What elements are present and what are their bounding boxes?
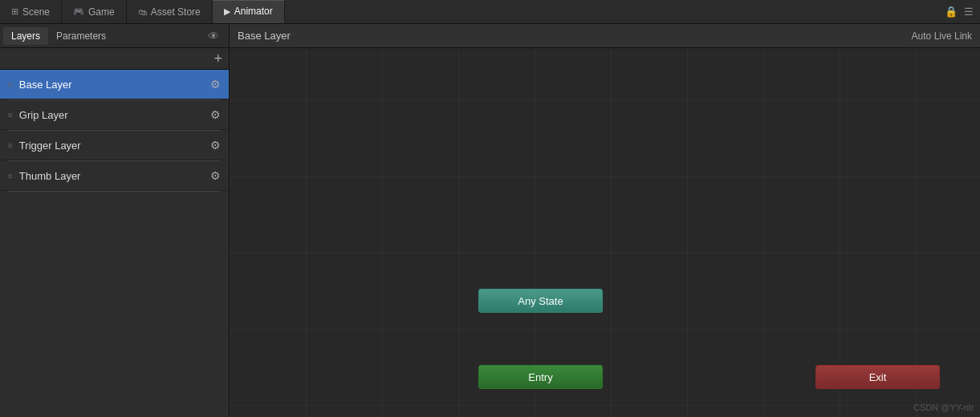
eye-icon[interactable]: 👁 [201,30,226,43]
layer-list: + ≡ Base Layer ⚙ ≡ Grip Layer ⚙ ≡ Trigge… [0,48,229,417]
layer-item-trigger[interactable]: ≡ Trigger Layer ⚙ [0,131,229,160]
tab-bar: ⊞ Scene 🎮 Game 🛍 Asset Store ▶ Animator … [0,0,980,24]
tab-animator-label: Animator [234,6,273,17]
tab-bar-right: 🔒 ☰ [945,6,980,18]
layer-item-thumb[interactable]: ≡ Thumb Layer ⚙ [0,161,229,191]
tab-asset-store-label: Asset Store [151,6,201,18]
tab-layers[interactable]: Layers [3,27,48,45]
tab-asset-store[interactable]: 🛍 Asset Store [127,0,213,23]
game-icon: 🎮 [73,6,84,17]
watermark: CSDN @YY-nb [913,403,974,412]
tab-game-label: Game [88,6,115,18]
tab-layers-label: Layers [11,30,40,42]
layer-name-base: Base Layer [19,79,210,91]
layer-name-grip: Grip Layer [19,109,210,121]
menu-icon[interactable]: ☰ [964,6,974,18]
layer-item-base[interactable]: ≡ Base Layer ⚙ [0,70,229,99]
scene-icon: ⊞ [11,6,18,17]
entry-node[interactable]: Entry [478,365,603,389]
entry-label: Entry [528,371,552,383]
drag-handle-icon-thumb: ≡ [8,172,13,180]
main-layout: Layers Parameters 👁 + ≡ Base Layer ⚙ ≡ G… [0,24,980,417]
lock-icon[interactable]: 🔒 [945,6,958,18]
auto-live-link-button[interactable]: Auto Live Link [912,30,972,42]
layer-divider-4 [8,191,221,192]
any-state-node[interactable]: Any State [478,289,603,313]
drag-handle-icon-grip: ≡ [8,111,13,119]
gear-icon-trigger[interactable]: ⚙ [210,139,221,152]
asset-store-icon: 🛍 [138,7,147,17]
drag-handle-icon-trigger: ≡ [8,141,13,150]
tab-parameters[interactable]: Parameters [48,27,114,45]
add-layer-row: + [0,48,229,70]
tab-scene-label: Scene [22,6,50,18]
canvas-header: Base Layer Auto Live Link [230,24,980,48]
gear-icon-thumb[interactable]: ⚙ [210,169,221,182]
gear-icon-base[interactable]: ⚙ [210,78,221,91]
exit-label: Exit [869,371,887,383]
animator-icon: ▶ [224,6,230,17]
layer-item-grip[interactable]: ≡ Grip Layer ⚙ [0,100,229,130]
canvas-area[interactable]: Base Layer Auto Live Link Any State Entr… [230,24,980,417]
exit-node[interactable]: Exit [815,365,940,389]
sub-tab-bar: Layers Parameters 👁 [0,24,229,48]
tab-parameters-label: Parameters [56,30,106,42]
tab-scene[interactable]: ⊞ Scene [0,0,62,23]
breadcrumb: Base Layer [238,30,291,42]
tab-animator[interactable]: ▶ Animator [213,0,285,23]
layer-name-thumb: Thumb Layer [19,170,210,182]
any-state-label: Any State [518,295,563,307]
left-panel: Layers Parameters 👁 + ≡ Base Layer ⚙ ≡ G… [0,24,230,417]
add-layer-button[interactable]: + [213,51,222,66]
layer-name-trigger: Trigger Layer [19,140,210,152]
gear-icon-grip[interactable]: ⚙ [210,108,221,121]
tab-game[interactable]: 🎮 Game [62,0,127,23]
drag-handle-icon: ≡ [8,80,13,89]
